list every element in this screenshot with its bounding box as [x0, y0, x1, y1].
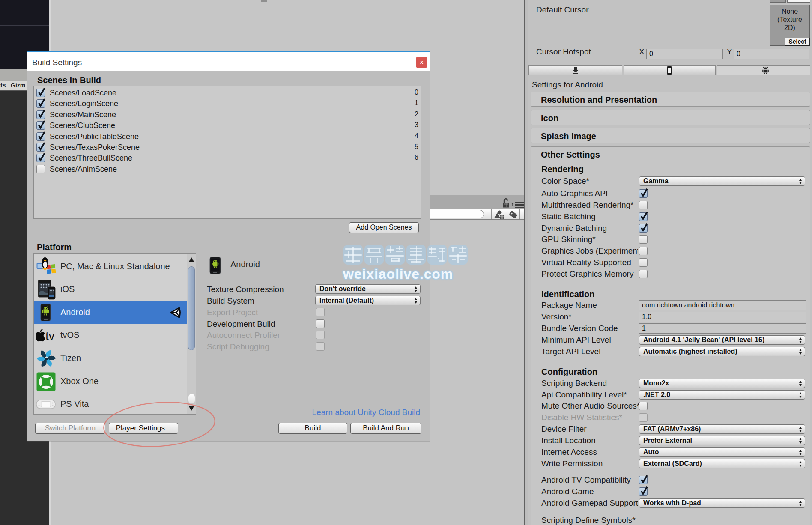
svg-text:tv: tv: [45, 330, 54, 343]
